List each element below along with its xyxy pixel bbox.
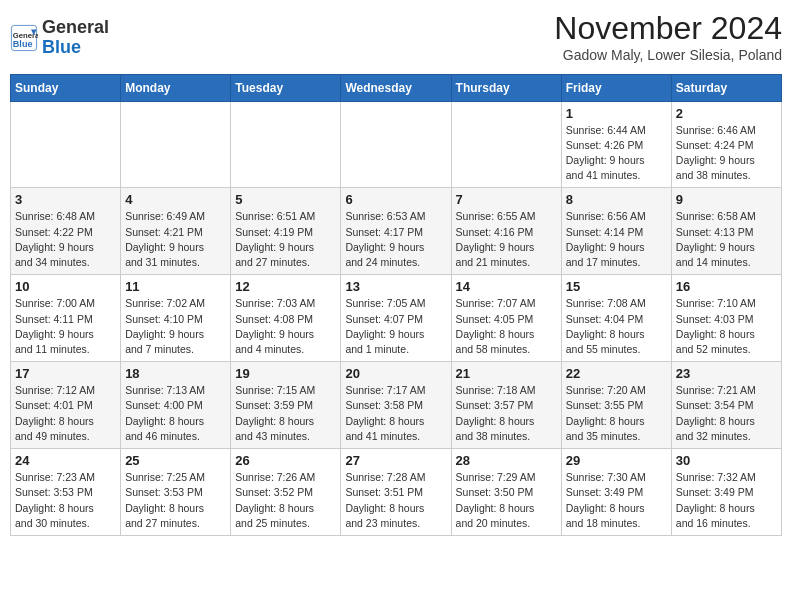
calendar-cell: 19Sunrise: 7:15 AM Sunset: 3:59 PM Dayli… [231,362,341,449]
calendar-cell [451,101,561,188]
day-info: Sunrise: 7:26 AM Sunset: 3:52 PM Dayligh… [235,470,336,531]
day-number: 21 [456,366,557,381]
logo-icon: General Blue [10,24,38,52]
weekday-header-tuesday: Tuesday [231,74,341,101]
day-number: 25 [125,453,226,468]
weekday-header-friday: Friday [561,74,671,101]
calendar-cell: 25Sunrise: 7:25 AM Sunset: 3:53 PM Dayli… [121,449,231,536]
weekday-header-thursday: Thursday [451,74,561,101]
day-number: 7 [456,192,557,207]
calendar-cell: 1Sunrise: 6:44 AM Sunset: 4:26 PM Daylig… [561,101,671,188]
calendar-week-1: 1Sunrise: 6:44 AM Sunset: 4:26 PM Daylig… [11,101,782,188]
day-number: 26 [235,453,336,468]
calendar-cell: 15Sunrise: 7:08 AM Sunset: 4:04 PM Dayli… [561,275,671,362]
day-info: Sunrise: 7:10 AM Sunset: 4:03 PM Dayligh… [676,296,777,357]
svg-text:Blue: Blue [13,39,33,49]
day-number: 29 [566,453,667,468]
day-number: 13 [345,279,446,294]
day-number: 15 [566,279,667,294]
day-info: Sunrise: 6:49 AM Sunset: 4:21 PM Dayligh… [125,209,226,270]
day-info: Sunrise: 7:05 AM Sunset: 4:07 PM Dayligh… [345,296,446,357]
day-number: 23 [676,366,777,381]
day-number: 20 [345,366,446,381]
day-info: Sunrise: 7:13 AM Sunset: 4:00 PM Dayligh… [125,383,226,444]
weekday-header-wednesday: Wednesday [341,74,451,101]
weekday-header-saturday: Saturday [671,74,781,101]
day-info: Sunrise: 7:03 AM Sunset: 4:08 PM Dayligh… [235,296,336,357]
day-info: Sunrise: 6:55 AM Sunset: 4:16 PM Dayligh… [456,209,557,270]
day-info: Sunrise: 7:20 AM Sunset: 3:55 PM Dayligh… [566,383,667,444]
day-info: Sunrise: 7:32 AM Sunset: 3:49 PM Dayligh… [676,470,777,531]
weekday-header-sunday: Sunday [11,74,121,101]
day-info: Sunrise: 7:15 AM Sunset: 3:59 PM Dayligh… [235,383,336,444]
calendar-cell [341,101,451,188]
day-number: 1 [566,106,667,121]
calendar-body: 1Sunrise: 6:44 AM Sunset: 4:26 PM Daylig… [11,101,782,535]
calendar-cell [231,101,341,188]
day-info: Sunrise: 7:00 AM Sunset: 4:11 PM Dayligh… [15,296,116,357]
calendar-header: SundayMondayTuesdayWednesdayThursdayFrid… [11,74,782,101]
calendar-cell: 18Sunrise: 7:13 AM Sunset: 4:00 PM Dayli… [121,362,231,449]
day-info: Sunrise: 6:58 AM Sunset: 4:13 PM Dayligh… [676,209,777,270]
title-area: November 2024 Gadow Maly, Lower Silesia,… [554,10,782,63]
calendar-week-3: 10Sunrise: 7:00 AM Sunset: 4:11 PM Dayli… [11,275,782,362]
calendar-cell [11,101,121,188]
day-info: Sunrise: 6:46 AM Sunset: 4:24 PM Dayligh… [676,123,777,184]
day-info: Sunrise: 7:28 AM Sunset: 3:51 PM Dayligh… [345,470,446,531]
day-info: Sunrise: 7:18 AM Sunset: 3:57 PM Dayligh… [456,383,557,444]
day-info: Sunrise: 7:08 AM Sunset: 4:04 PM Dayligh… [566,296,667,357]
logo-text: General Blue [42,18,109,58]
calendar-week-5: 24Sunrise: 7:23 AM Sunset: 3:53 PM Dayli… [11,449,782,536]
day-info: Sunrise: 7:23 AM Sunset: 3:53 PM Dayligh… [15,470,116,531]
day-number: 19 [235,366,336,381]
calendar-cell: 29Sunrise: 7:30 AM Sunset: 3:49 PM Dayli… [561,449,671,536]
day-info: Sunrise: 7:29 AM Sunset: 3:50 PM Dayligh… [456,470,557,531]
calendar-cell: 2Sunrise: 6:46 AM Sunset: 4:24 PM Daylig… [671,101,781,188]
day-number: 11 [125,279,226,294]
calendar-cell: 16Sunrise: 7:10 AM Sunset: 4:03 PM Dayli… [671,275,781,362]
day-info: Sunrise: 6:53 AM Sunset: 4:17 PM Dayligh… [345,209,446,270]
day-number: 12 [235,279,336,294]
calendar-cell: 14Sunrise: 7:07 AM Sunset: 4:05 PM Dayli… [451,275,561,362]
day-info: Sunrise: 7:25 AM Sunset: 3:53 PM Dayligh… [125,470,226,531]
day-number: 18 [125,366,226,381]
day-number: 14 [456,279,557,294]
weekday-header-monday: Monday [121,74,231,101]
day-info: Sunrise: 6:51 AM Sunset: 4:19 PM Dayligh… [235,209,336,270]
day-number: 28 [456,453,557,468]
calendar-cell: 9Sunrise: 6:58 AM Sunset: 4:13 PM Daylig… [671,188,781,275]
calendar-cell: 13Sunrise: 7:05 AM Sunset: 4:07 PM Dayli… [341,275,451,362]
calendar-cell: 10Sunrise: 7:00 AM Sunset: 4:11 PM Dayli… [11,275,121,362]
header: General Blue General Blue November 2024 … [10,10,782,66]
calendar-cell: 27Sunrise: 7:28 AM Sunset: 3:51 PM Dayli… [341,449,451,536]
day-number: 6 [345,192,446,207]
day-number: 10 [15,279,116,294]
calendar-week-2: 3Sunrise: 6:48 AM Sunset: 4:22 PM Daylig… [11,188,782,275]
day-info: Sunrise: 7:17 AM Sunset: 3:58 PM Dayligh… [345,383,446,444]
day-info: Sunrise: 7:12 AM Sunset: 4:01 PM Dayligh… [15,383,116,444]
calendar-cell: 28Sunrise: 7:29 AM Sunset: 3:50 PM Dayli… [451,449,561,536]
day-number: 24 [15,453,116,468]
logo: General Blue General Blue [10,10,109,66]
calendar-week-4: 17Sunrise: 7:12 AM Sunset: 4:01 PM Dayli… [11,362,782,449]
calendar-cell: 8Sunrise: 6:56 AM Sunset: 4:14 PM Daylig… [561,188,671,275]
calendar-cell: 26Sunrise: 7:26 AM Sunset: 3:52 PM Dayli… [231,449,341,536]
day-info: Sunrise: 7:07 AM Sunset: 4:05 PM Dayligh… [456,296,557,357]
calendar-cell: 23Sunrise: 7:21 AM Sunset: 3:54 PM Dayli… [671,362,781,449]
calendar-cell: 6Sunrise: 6:53 AM Sunset: 4:17 PM Daylig… [341,188,451,275]
day-number: 30 [676,453,777,468]
day-number: 2 [676,106,777,121]
day-info: Sunrise: 6:56 AM Sunset: 4:14 PM Dayligh… [566,209,667,270]
calendar-cell: 21Sunrise: 7:18 AM Sunset: 3:57 PM Dayli… [451,362,561,449]
day-number: 22 [566,366,667,381]
day-info: Sunrise: 6:44 AM Sunset: 4:26 PM Dayligh… [566,123,667,184]
day-info: Sunrise: 7:30 AM Sunset: 3:49 PM Dayligh… [566,470,667,531]
calendar-cell: 7Sunrise: 6:55 AM Sunset: 4:16 PM Daylig… [451,188,561,275]
calendar-cell: 12Sunrise: 7:03 AM Sunset: 4:08 PM Dayli… [231,275,341,362]
calendar: SundayMondayTuesdayWednesdayThursdayFrid… [10,74,782,536]
calendar-cell: 3Sunrise: 6:48 AM Sunset: 4:22 PM Daylig… [11,188,121,275]
calendar-cell: 30Sunrise: 7:32 AM Sunset: 3:49 PM Dayli… [671,449,781,536]
month-title: November 2024 [554,10,782,47]
day-info: Sunrise: 7:21 AM Sunset: 3:54 PM Dayligh… [676,383,777,444]
calendar-cell: 20Sunrise: 7:17 AM Sunset: 3:58 PM Dayli… [341,362,451,449]
